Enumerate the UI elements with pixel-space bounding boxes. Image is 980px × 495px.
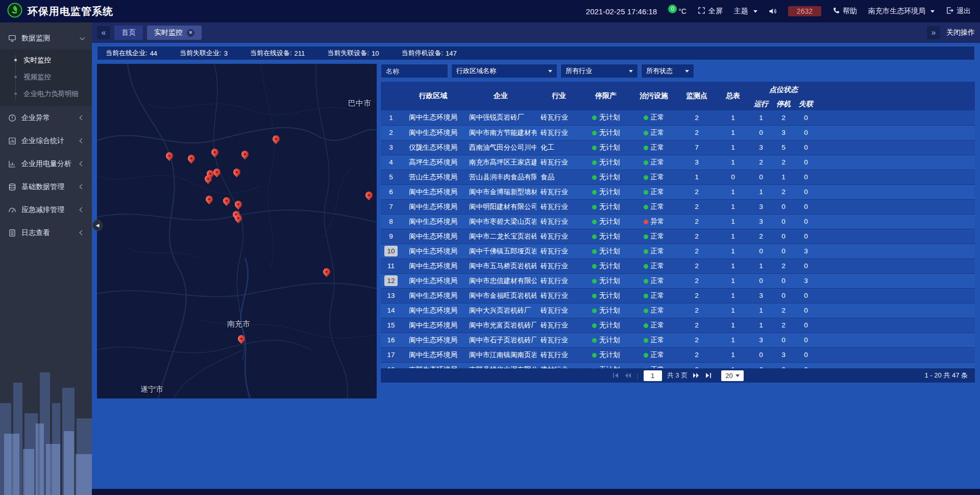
cell-stop: 2: [772, 184, 795, 199]
chevron-left-icon: [80, 207, 85, 213]
stat-value: 3: [224, 50, 228, 57]
cell-stop: 2: [772, 318, 795, 333]
cell-stop: 0: [772, 288, 795, 303]
page-number-input[interactable]: [644, 370, 662, 381]
sidebar-section-emergency-reduction[interactable]: 应急减排管理: [0, 198, 92, 221]
theme-dropdown[interactable]: 主题: [734, 7, 757, 16]
cell-index: 2: [381, 125, 401, 140]
last-page-button[interactable]: [705, 372, 712, 379]
table-row[interactable]: 9阆中生态环境局阆中市二龙长宝页岩砖砖瓦行业无计划正常21200: [381, 229, 975, 244]
map-pin[interactable]: [241, 151, 249, 158]
map-pin[interactable]: [235, 201, 242, 208]
cell-industry: 建材行业: [536, 362, 581, 368]
help-button[interactable]: 帮助: [832, 7, 857, 16]
sidebar-section-data-monitoring[interactable]: 数据监测: [0, 27, 92, 50]
sidebar-section-log-view[interactable]: 日志查看: [0, 221, 92, 244]
cell-facility: 正常: [630, 333, 677, 347]
sidebar-item-power-load-detail[interactable]: 企业电力负荷明细: [0, 85, 92, 102]
status-dot-icon: [644, 234, 648, 239]
table-row[interactable]: 11阆中生态环境局阆中市五马桥页岩机砖砖瓦行业无计划正常21120: [381, 258, 975, 273]
table-row[interactable]: 17阆中生态环境局阆中市江南镇阆南页岩砖瓦行业无计划正常21030: [381, 347, 975, 362]
tabbar-right: » 关闭操作: [927, 26, 975, 39]
table-row[interactable]: 18南部生态环境局南部县雄华水泥有限公建材行业无计划正常21600: [381, 362, 975, 368]
table-row[interactable]: 13阆中生态环境局阆中市金福旺页岩机砖砖瓦行业无计划正常21300: [381, 288, 975, 303]
map-pin[interactable]: [206, 196, 213, 203]
next-page-button[interactable]: [693, 372, 700, 379]
stat-value: 44: [150, 50, 157, 57]
map-pin[interactable]: [188, 155, 195, 162]
status-dot-icon: [592, 264, 597, 269]
sidebar-section-enterprise-statistics[interactable]: 企业综合统计: [0, 129, 92, 152]
tab-home[interactable]: 首页: [114, 26, 143, 40]
industry-filter-select[interactable]: 所有行业: [560, 64, 638, 78]
page-size-select[interactable]: 20: [721, 370, 743, 381]
map-panel[interactable]: 巴中市南充市遂宁市 ◀: [97, 64, 377, 398]
sidebar-item-video-monitor[interactable]: 视频监控: [0, 68, 92, 85]
sidebar-nav: 数据监测实时监控视频监控企业电力负荷明细企业异常企业综合统计企业用电量分析基础数…: [0, 22, 92, 244]
table-row[interactable]: 2阆中生态环境局阆中市南方节能建材有砖瓦行业无计划正常21030: [381, 125, 975, 140]
cell-lost: 0: [795, 258, 817, 273]
tabs-scroll-right-button[interactable]: »: [927, 26, 940, 39]
table-row[interactable]: 7阆中生态环境局阆中明阳建材有限公司砖瓦行业无计划正常21300: [381, 199, 975, 214]
map-pin[interactable]: [223, 197, 230, 204]
sidebar-section-enterprise-abnormal[interactable]: 企业异常: [0, 106, 92, 129]
close-operations-button[interactable]: 关闭操作: [946, 28, 975, 37]
map-pin[interactable]: [213, 169, 220, 176]
tab-close-icon[interactable]: ✕: [187, 29, 194, 37]
cell-region: 阆中生态环境局: [401, 347, 465, 362]
pin-icon: [232, 167, 242, 177]
table-body-scroll[interactable]: 1阆中生态环境局阆中强锐页岩砖厂砖瓦行业无计划正常211202阆中生态环境局阆中…: [381, 110, 975, 368]
map-pin[interactable]: [166, 152, 173, 159]
speaker-icon[interactable]: [769, 8, 777, 15]
map-pin[interactable]: [205, 175, 212, 182]
table-row[interactable]: 15阆中生态环境局阆中市光富页岩机砖厂砖瓦行业无计划正常21120: [381, 318, 975, 333]
cell-company: 阆中市二龙长宝页岩砖: [465, 229, 536, 244]
tabs-scroll-left-button[interactable]: «: [97, 26, 110, 39]
table-row[interactable]: 8阆中生态环境局阆中市枣碧大梁山页岩砖瓦行业无计划异常21300: [381, 214, 975, 229]
table-row[interactable]: 14阆中生态环境局阆中大兴页岩机砖厂砖瓦行业无计划正常21120: [381, 303, 975, 318]
table-row[interactable]: 6阆中生态环境局阆中市金博瑞新型墙材砖瓦行业无计划正常21120: [381, 184, 975, 199]
map-pin[interactable]: [233, 169, 240, 176]
map-pin[interactable]: [211, 149, 218, 156]
table-row[interactable]: 4高坪生态环境局南充市高坪区王家店建砖瓦行业无计划正常31220: [381, 155, 975, 170]
table-row[interactable]: 16阆中生态环境局阆中市石子页岩机砖厂砖瓦行业无计划正常21300: [381, 333, 975, 347]
table-row[interactable]: 1阆中生态环境局阆中强锐页岩砖厂砖瓦行业无计划正常21120: [381, 110, 975, 125]
map-pin[interactable]: [235, 215, 242, 222]
fullscreen-button[interactable]: 全屏: [698, 7, 723, 16]
pin-icon: [233, 199, 243, 209]
map-pin[interactable]: [323, 268, 330, 275]
table-row[interactable]: 10阆中生态环境局阆中千佛镇五郎垭页岩砖瓦行业无计划正常21003: [381, 244, 975, 258]
table-row[interactable]: 3仪陇生态环境局西南油气田分公司川中化工无计划正常71350: [381, 140, 975, 155]
sidebar-section-power-usage-analysis[interactable]: 企业用电量分析: [0, 152, 92, 175]
prev-page-button[interactable]: [624, 372, 631, 379]
map-pin[interactable]: [238, 335, 245, 342]
table-row[interactable]: 12阆中生态环境局阆中市忠信建材有限公砖瓦行业无计划正常21003: [381, 273, 975, 288]
sidebar-section-base-data-management[interactable]: 基础数据管理: [0, 175, 92, 198]
cell-industry: 砖瓦行业: [536, 229, 581, 244]
name-filter-input[interactable]: [381, 64, 448, 78]
theme-label: 主题: [734, 7, 748, 16]
map-collapse-handle[interactable]: ◀: [92, 220, 103, 231]
first-page-button[interactable]: [612, 372, 619, 379]
map-pin[interactable]: [365, 192, 373, 199]
org-dropdown[interactable]: 南充市生态环境局: [868, 7, 935, 16]
status-filter-select[interactable]: 所有状态: [641, 64, 694, 78]
cell-monitors: 2: [677, 214, 716, 229]
cell-filler: [817, 229, 975, 244]
cell-lost: 0: [795, 110, 817, 125]
map-pin[interactable]: [273, 135, 280, 143]
status-dot-icon: [592, 323, 597, 328]
cell-company: 南充市高坪区王家店建: [465, 155, 536, 170]
sidebar-item-realtime-monitor[interactable]: 实时监控: [0, 52, 92, 68]
cell-facility: 正常: [630, 244, 677, 258]
cell-facility: 正常: [630, 155, 677, 170]
logout-button[interactable]: 退出: [946, 7, 971, 16]
tab-realtime-monitor[interactable]: 实时监控 ✕: [147, 26, 202, 40]
region-filter-select[interactable]: 行政区域名称: [451, 64, 557, 78]
cell-run: 2: [750, 229, 772, 244]
cell-restriction: 无计划: [581, 362, 630, 368]
cell-meters: 1: [716, 318, 750, 333]
table-row[interactable]: 5营山生态环境局营山县润丰肉食品有限食品无计划正常10010: [381, 170, 975, 184]
cell-meters: 1: [716, 110, 750, 125]
alarm-count-badge[interactable]: 2632: [788, 6, 821, 16]
